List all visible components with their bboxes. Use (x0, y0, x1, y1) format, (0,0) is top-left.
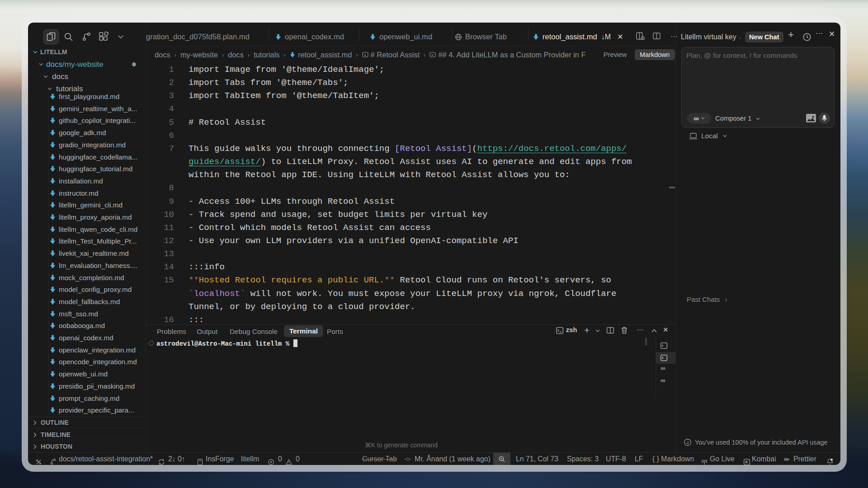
svg-text:a: a (364, 53, 366, 57)
svg-text:a: a (431, 53, 434, 57)
